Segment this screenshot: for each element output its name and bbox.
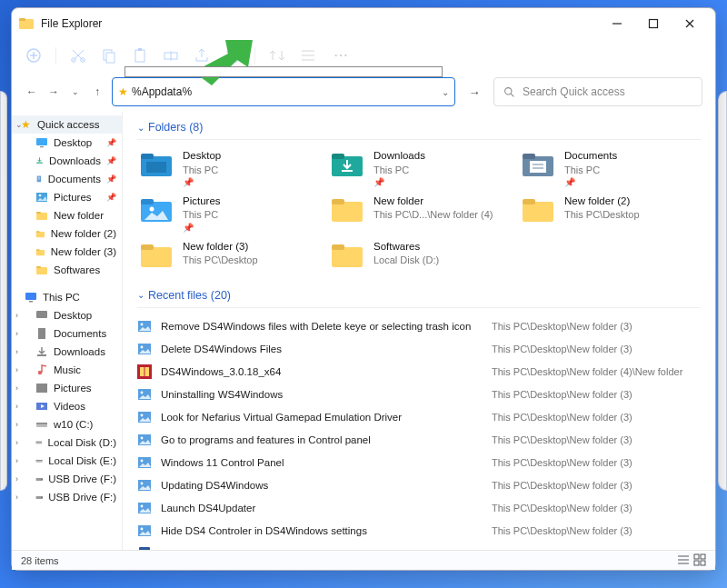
sidebar-item[interactable]: ›w10 (C:) xyxy=(12,415,122,434)
details-view-button[interactable] xyxy=(677,553,690,568)
sidebar-item[interactable]: Desktop📌 xyxy=(12,134,122,152)
address-suggestion-dropdown[interactable] xyxy=(124,66,443,77)
expand-chevron-icon[interactable]: › xyxy=(15,347,18,356)
file-icon xyxy=(137,478,152,493)
folder-item[interactable]: SoftwaresLocal Disk (D:) xyxy=(328,238,510,273)
view-icon[interactable] xyxy=(299,46,317,65)
recent-file-row[interactable]: Launch DS4UpdaterThis PC\Desktop\New fol… xyxy=(137,497,701,520)
minimize-button[interactable] xyxy=(599,12,635,35)
file-icon xyxy=(137,523,152,538)
new-icon[interactable] xyxy=(25,46,43,65)
recent-file-row[interactable]: Hide DS4 Controler in DS4Windows setting… xyxy=(137,520,701,543)
folder-item[interactable]: DesktopThis PC📌 xyxy=(137,147,319,191)
sidebar-item[interactable]: ›Videos xyxy=(12,397,122,415)
maximize-button[interactable] xyxy=(635,12,672,35)
sidebar-item-icon xyxy=(35,473,43,485)
sidebar-item-icon xyxy=(35,436,43,449)
collapse-chevron-icon[interactable]: ⌄ xyxy=(15,120,23,129)
forward-button[interactable]: → xyxy=(46,85,61,99)
expand-chevron-icon[interactable]: › xyxy=(15,365,18,374)
recent-file-row[interactable]: DS4Windows_3.0.18_x64This PC\Desktop\New… xyxy=(137,361,701,384)
recent-chevron-icon[interactable]: ⌄ xyxy=(68,85,83,99)
sidebar-item[interactable]: ›USB Drive (F:) xyxy=(12,488,122,506)
address-chevron-icon[interactable]: ⌄ xyxy=(442,87,449,97)
sidebar-item[interactable]: Pictures📌 xyxy=(12,188,122,206)
more-icon[interactable]: ⋯ xyxy=(330,46,352,65)
up-button[interactable]: ↑ xyxy=(90,85,105,99)
svg-rect-72 xyxy=(530,161,546,173)
sidebar-quick-access[interactable]: ⌄ ★ Quick access xyxy=(12,115,122,134)
close-button[interactable] xyxy=(672,12,708,35)
file-icon xyxy=(137,387,152,402)
expand-chevron-icon[interactable]: › xyxy=(15,402,18,411)
recent-section-header[interactable]: ⌄ Recent files (20) xyxy=(137,285,701,308)
recent-file-row[interactable]: Updating DS4WindowsThis PC\Desktop\New f… xyxy=(137,474,701,497)
sidebar-item[interactable]: ›Pictures xyxy=(12,379,122,397)
folder-item[interactable]: PicturesThis PC📌 xyxy=(137,193,319,236)
sidebar-item[interactable]: ›USB Drive (F:) xyxy=(12,470,122,488)
folder-item[interactable]: New folder (2)This PC\Desktop xyxy=(519,193,701,236)
recent-file-row[interactable]: W1643917877-sEYNTThis PC\Downloads xyxy=(137,543,701,550)
toolbar-separator xyxy=(55,47,56,64)
cut-icon[interactable] xyxy=(69,46,87,65)
expand-chevron-icon[interactable]: › xyxy=(15,474,18,483)
sidebar-item[interactable]: Downloads📌 xyxy=(12,152,122,170)
file-icon xyxy=(137,342,152,356)
expand-chevron-icon[interactable]: › xyxy=(15,456,18,465)
folder-item[interactable]: DownloadsThis PC📌 xyxy=(328,147,510,191)
expand-chevron-icon[interactable]: › xyxy=(15,493,18,502)
sidebar-this-pc[interactable]: This PC xyxy=(12,288,122,306)
copy-icon[interactable] xyxy=(100,46,118,65)
folder-name: New folder (2) xyxy=(564,194,640,209)
expand-chevron-icon[interactable]: › xyxy=(15,311,18,320)
svg-rect-37 xyxy=(36,213,47,220)
sidebar-item[interactable]: ›Music xyxy=(12,361,122,379)
svg-point-102 xyxy=(141,483,144,485)
sidebar-item-icon xyxy=(35,418,48,431)
sidebar-item[interactable]: New folder (3) xyxy=(12,243,122,261)
folder-item[interactable]: New folderThis PC\D...\New folder (4) xyxy=(328,193,510,236)
rename-icon[interactable] xyxy=(162,46,180,65)
recent-file-row[interactable]: Go to programs and features in Control p… xyxy=(137,429,701,452)
svg-rect-47 xyxy=(36,311,47,318)
sidebar-item[interactable]: Softwares xyxy=(12,261,122,279)
address-input[interactable]: ★ %Appdata% ⌄ xyxy=(112,77,455,106)
expand-chevron-icon[interactable]: › xyxy=(15,384,18,393)
expand-chevron-icon[interactable]: › xyxy=(15,329,18,338)
sidebar-item-icon xyxy=(35,309,48,322)
folders-section-header[interactable]: ⌄ Folders (8) xyxy=(137,117,701,140)
go-button[interactable]: → xyxy=(463,85,486,99)
svg-rect-81 xyxy=(523,199,535,204)
svg-rect-115 xyxy=(701,554,705,559)
svg-rect-83 xyxy=(141,244,154,250)
recent-file-row[interactable]: Uninstalling WS4WindowsThis PC\Desktop\N… xyxy=(137,384,701,406)
file-icon xyxy=(137,501,152,515)
sidebar-item[interactable]: ›Local Disk (D:) xyxy=(12,434,122,452)
sidebar-item[interactable]: New folder (2) xyxy=(12,224,122,243)
monitor-icon xyxy=(25,291,37,304)
recent-file-row[interactable]: Look for Nefarius Virtual Gamepad Emulat… xyxy=(137,406,701,429)
sidebar-item[interactable]: ›Downloads xyxy=(12,343,122,361)
recent-file-row[interactable]: Windows 11 Control PanelThis PC\Desktop\… xyxy=(137,452,701,474)
folder-item[interactable]: DocumentsThis PC📌 xyxy=(519,147,701,191)
sidebar-item-icon xyxy=(35,191,48,204)
search-input[interactable]: Search Quick access xyxy=(493,77,702,106)
recent-file-row[interactable]: Remove DS4Windows files with Delete keye… xyxy=(137,315,701,338)
recent-file-row[interactable]: Delete DS4Windows FilesThis PC\Desktop\N… xyxy=(137,338,701,361)
sidebar-item[interactable]: ›Documents xyxy=(12,324,122,343)
sort-icon[interactable] xyxy=(268,46,286,65)
paste-icon[interactable] xyxy=(131,46,149,65)
sidebar-item[interactable]: ›Desktop xyxy=(12,306,122,324)
recent-file-name: Hide DS4 Controler in DS4Windows setting… xyxy=(161,525,492,536)
sidebar-item[interactable]: ›Local Disk (E:) xyxy=(12,452,122,470)
folder-item[interactable]: New folder (3)This PC\Desktop xyxy=(137,238,319,273)
expand-chevron-icon[interactable]: › xyxy=(15,438,18,447)
sidebar-item[interactable]: Documents📌 xyxy=(12,170,122,188)
svg-rect-82 xyxy=(141,247,172,267)
expand-chevron-icon[interactable]: › xyxy=(15,420,18,429)
search-placeholder: Search Quick access xyxy=(523,85,625,98)
sidebar-item[interactable]: New folder xyxy=(12,206,122,224)
back-button[interactable]: ← xyxy=(25,85,39,99)
file-icon xyxy=(137,410,152,424)
icons-view-button[interactable] xyxy=(693,553,706,568)
